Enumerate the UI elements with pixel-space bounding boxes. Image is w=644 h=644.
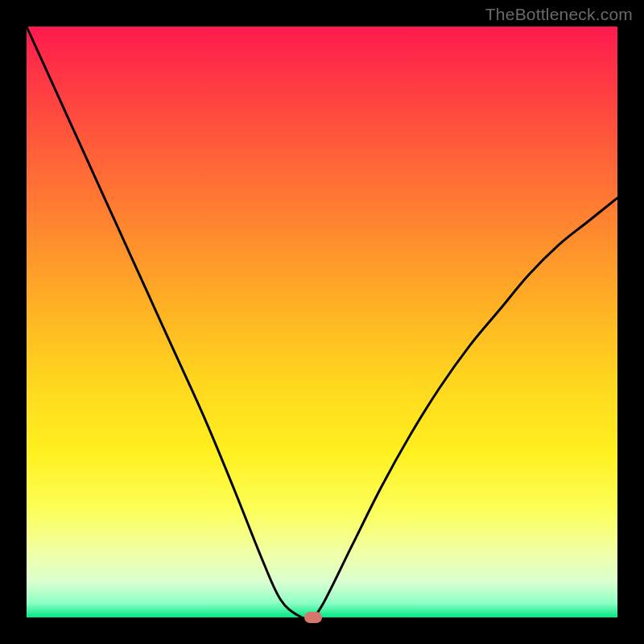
bottleneck-curve	[27, 27, 617, 618]
optimum-marker	[304, 612, 322, 623]
curve-layer	[27, 27, 617, 617]
watermark-text: TheBottleneck.com	[485, 5, 633, 24]
chart-frame: TheBottleneck.com	[0, 0, 644, 644]
